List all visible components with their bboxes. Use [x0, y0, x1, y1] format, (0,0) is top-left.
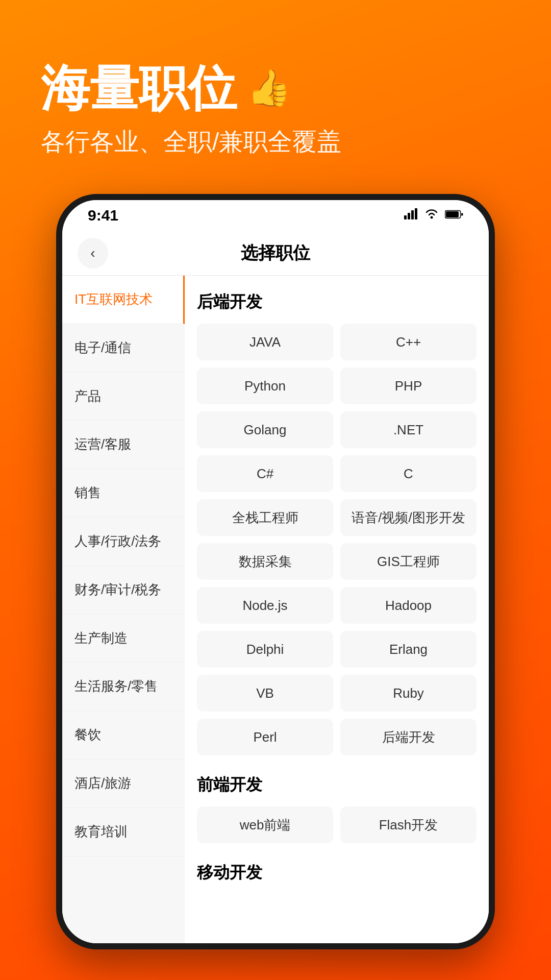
battery-icon	[445, 208, 463, 223]
status-bar: 9:41	[62, 200, 489, 231]
grid-item-delphi[interactable]: Delphi	[197, 631, 333, 668]
status-icons	[404, 208, 463, 223]
hero-section: 海量职位 👍 各行各业、全职/兼职全覆盖	[0, 0, 551, 189]
grid-item-flash[interactable]: Flash开发	[340, 806, 477, 843]
grid-item-cpp[interactable]: C++	[340, 324, 477, 360]
grid-item-webfront[interactable]: web前端	[197, 806, 333, 843]
grid-item-golang[interactable]: Golang	[197, 411, 333, 448]
backend-grid: JAVA C++ Python PHP Golang .NET C# C 全栈工…	[197, 324, 477, 755]
phone-frame: 9:41	[56, 194, 495, 949]
sidebar-item-food[interactable]: 餐饮	[62, 711, 185, 760]
grid-item-c[interactable]: C	[340, 455, 477, 492]
sidebar-item-hotel[interactable]: 酒店/旅游	[62, 760, 185, 808]
frontend-grid: web前端 Flash开发	[197, 806, 477, 843]
section-title-backend: 后端开发	[197, 276, 477, 324]
content-area: IT互联网技术 电子/通信 产品 运营/客服 销售 人事/行政/法务 财务/审计…	[62, 276, 489, 943]
grid-item-dotnet[interactable]: .NET	[340, 411, 477, 448]
back-icon: ‹	[90, 245, 95, 261]
sidebar-item-hr[interactable]: 人事/行政/法务	[62, 518, 185, 566]
grid-item-nodejs[interactable]: Node.js	[197, 587, 333, 624]
grid-item-php[interactable]: PHP	[340, 368, 477, 404]
grid-item-fullstack[interactable]: 全栈工程师	[197, 499, 333, 536]
sidebar: IT互联网技术 电子/通信 产品 运营/客服 销售 人事/行政/法务 财务/审计…	[62, 276, 185, 943]
grid-item-avdev[interactable]: 语音/视频/图形开发	[340, 499, 477, 536]
grid-item-hadoop[interactable]: Hadoop	[340, 587, 477, 624]
grid-item-erlang[interactable]: Erlang	[340, 631, 477, 668]
section-title-mobile: 移动开发	[197, 846, 477, 894]
sidebar-item-manufacturing[interactable]: 生产制造	[62, 615, 185, 663]
wifi-icon	[424, 208, 439, 223]
hero-title-text: 海量职位	[41, 61, 237, 115]
sidebar-item-retail[interactable]: 生活服务/零售	[62, 663, 185, 711]
sidebar-item-finance[interactable]: 财务/审计/税务	[62, 566, 185, 615]
sidebar-item-electronics[interactable]: 电子/通信	[62, 324, 185, 373]
svg-rect-6	[446, 211, 459, 217]
grid-item-datacollect[interactable]: 数据采集	[197, 543, 333, 580]
grid-item-java[interactable]: JAVA	[197, 324, 333, 360]
sidebar-item-sales[interactable]: 销售	[62, 469, 185, 518]
back-button[interactable]: ‹	[78, 238, 108, 268]
sidebar-item-operations[interactable]: 运营/客服	[62, 421, 185, 469]
svg-rect-3	[415, 208, 417, 219]
section-title-frontend: 前端开发	[197, 758, 477, 806]
svg-rect-2	[411, 210, 414, 219]
hero-title: 海量职位 👍	[41, 61, 510, 115]
grid-item-backend[interactable]: 后端开发	[340, 719, 477, 755]
grid-item-gis[interactable]: GIS工程师	[340, 543, 477, 580]
grid-item-ruby[interactable]: Ruby	[340, 675, 477, 712]
grid-item-perl[interactable]: Perl	[197, 719, 333, 755]
sidebar-item-it[interactable]: IT互联网技术	[62, 276, 185, 324]
sidebar-item-product[interactable]: 产品	[62, 373, 185, 421]
svg-point-4	[431, 216, 433, 219]
right-content: 后端开发 JAVA C++ Python PHP Golang .NET C# …	[185, 276, 489, 943]
thumb-icon: 👍	[247, 68, 291, 108]
status-time: 9:41	[88, 207, 118, 224]
svg-rect-0	[404, 215, 407, 219]
svg-rect-1	[408, 213, 410, 219]
signal-icon	[404, 208, 418, 223]
nav-title: 选择职位	[241, 241, 310, 265]
sidebar-item-education[interactable]: 教育培训	[62, 808, 185, 856]
grid-item-vb[interactable]: VB	[197, 675, 333, 712]
grid-item-python[interactable]: Python	[197, 368, 333, 404]
grid-item-csharp[interactable]: C#	[197, 455, 333, 492]
nav-bar: ‹ 选择职位	[62, 231, 489, 276]
hero-subtitle: 各行各业、全职/兼职全覆盖	[41, 126, 510, 158]
